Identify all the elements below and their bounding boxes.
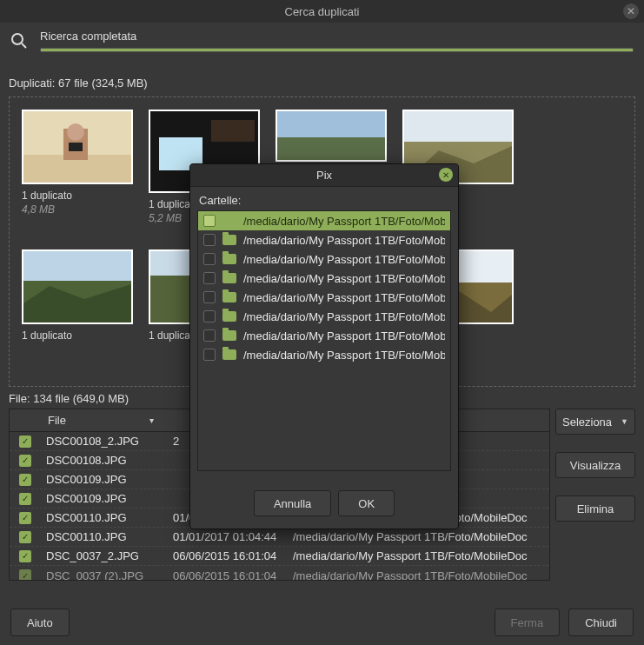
table-row[interactable]: ✓DSC_0037 (2).JPG06/06/2015 16:01:04/med… [10, 566, 549, 581]
folder-path: /media/dario/My Passport 1TB/Foto/Mobi [243, 234, 445, 247]
row-checkbox[interactable]: ✓ [10, 512, 41, 524]
cell-path: /media/dario/My Passport 1TB/Foto/Mobile… [293, 549, 544, 562]
row-checkbox[interactable]: ✓ [10, 569, 41, 581]
check-icon: ✓ [19, 512, 31, 524]
row-checkbox[interactable]: ✓ [10, 531, 41, 543]
window-title: Cerca duplicati [285, 5, 360, 18]
dialog-close-button[interactable]: ✕ [439, 168, 453, 182]
folder-path: /media/dario/My Passport 1TB/Foto/Mobi [243, 253, 445, 266]
thumbnail-item[interactable]: 1 duplicato [22, 249, 133, 343]
check-icon: ✓ [19, 455, 31, 467]
svg-rect-9 [211, 120, 255, 142]
view-button[interactable]: Visualizza [555, 452, 635, 478]
ok-button[interactable]: OK [338, 490, 395, 516]
stop-label: Ferma [511, 616, 544, 629]
table-row[interactable]: ✓DSC_0037_2.JPG06/06/2015 16:01:04/media… [10, 547, 549, 566]
search-status: Ricerca completata [40, 30, 634, 43]
select-button[interactable]: Seleziona ▼ [555, 409, 635, 435]
folder-row[interactable]: /media/dario/My Passport 1TB/Foto/Mobi [198, 288, 450, 307]
cell-filename: DSC00110.JPG [41, 511, 173, 524]
folder-icon [222, 349, 236, 360]
dialog-titlebar: Pix ✕ [190, 164, 458, 187]
close-icon: ✕ [627, 5, 635, 17]
progress-bar [40, 48, 634, 52]
ok-label: OK [358, 497, 375, 510]
folder-list: /media/dario/My Passport 1TB/Foto/Mobi/m… [197, 210, 451, 471]
close-button[interactable]: Chiudi [568, 608, 634, 636]
folder-checkbox[interactable] [203, 253, 216, 265]
folder-checkbox[interactable] [203, 329, 216, 342]
delete-label: Elimina [577, 502, 614, 515]
folder-path: /media/dario/My Passport 1TB/Foto/Mobi [243, 272, 445, 285]
cell-date: 01/01/2017 01:04:44 [173, 530, 293, 543]
cell-filename: DSC00109.JPG [41, 473, 173, 486]
folder-checkbox[interactable] [203, 272, 216, 284]
footer: Aiuto Ferma Chiudi [0, 600, 644, 645]
cell-date: 06/06/2015 16:01:04 [173, 549, 293, 562]
folder-icon [222, 216, 236, 226]
table-row[interactable]: ✓DSC00110.JPG01/01/2017 01:04:44/media/d… [10, 528, 549, 547]
folder-checkbox[interactable] [203, 310, 216, 322]
row-checkbox[interactable]: ✓ [10, 455, 41, 467]
folder-icon [222, 235, 236, 245]
check-icon: ✓ [19, 436, 31, 448]
svg-rect-11 [277, 137, 385, 160]
cell-path: /media/dario/My Passport 1TB/Foto/Mobile… [293, 569, 544, 582]
folder-path: /media/dario/My Passport 1TB/Foto/Mobi [243, 329, 445, 342]
folder-icon [222, 273, 236, 283]
cell-filename: DSC_0037_2.JPG [41, 549, 173, 562]
dialog-label: Cartelle: [199, 194, 451, 207]
check-icon: ✓ [19, 474, 31, 486]
cancel-label: Annulla [274, 497, 311, 510]
chevron-down-icon: ▼ [621, 417, 628, 426]
check-icon: ✓ [19, 531, 31, 543]
duplicates-summary: Duplicati: 67 file (324,5 MB) [0, 56, 644, 93]
folder-row[interactable]: /media/dario/My Passport 1TB/Foto/Mobi [198, 249, 450, 269]
thumbnail-image [22, 249, 133, 324]
folder-row[interactable]: /media/dario/My Passport 1TB/Foto/Mobi [198, 269, 450, 288]
cell-filename: DSC_0037 (2).JPG [41, 569, 173, 582]
help-button[interactable]: Aiuto [10, 608, 70, 636]
folder-path: /media/dario/My Passport 1TB/Foto/Mobi [243, 215, 445, 228]
row-checkbox[interactable]: ✓ [10, 550, 41, 562]
search-row: Ricerca completata [0, 23, 644, 56]
delete-button[interactable]: Elimina [555, 495, 635, 522]
svg-point-0 [12, 34, 23, 44]
help-label: Aiuto [27, 616, 53, 629]
cell-path: /media/dario/My Passport 1TB/Foto/Mobile… [293, 530, 544, 543]
row-checkbox[interactable]: ✓ [10, 474, 41, 486]
folder-icon [222, 311, 236, 322]
select-label: Seleziona [562, 416, 612, 429]
cancel-button[interactable]: Annulla [254, 490, 331, 516]
progress-fill [41, 49, 633, 51]
check-icon: ✓ [19, 569, 31, 581]
folder-row[interactable]: /media/dario/My Passport 1TB/Foto/Mobi [198, 307, 450, 326]
folder-checkbox[interactable] [203, 349, 216, 361]
thumb-caption: 1 duplicato [22, 190, 133, 203]
thumbnail-item[interactable]: 1 duplicato 4,8 MB [22, 110, 133, 225]
row-checkbox[interactable]: ✓ [10, 493, 41, 505]
cell-filename: DSC00109.JPG [41, 492, 173, 505]
folder-row[interactable]: /media/dario/My Passport 1TB/Foto/Mobi [198, 230, 450, 249]
window-close-button[interactable]: ✕ [623, 3, 639, 19]
folder-row[interactable]: /media/dario/My Passport 1TB/Foto/Mobi [198, 211, 450, 230]
folder-checkbox[interactable] [203, 234, 216, 246]
view-label: Visualizza [570, 459, 621, 472]
header-file-column[interactable]: File ▾ [41, 414, 163, 427]
dialog-buttons: Annulla OK [190, 478, 458, 529]
folder-icon [222, 254, 236, 264]
stop-button: Ferma [495, 608, 561, 636]
folder-row[interactable]: /media/dario/My Passport 1TB/Foto/Mobi [198, 345, 450, 364]
cell-filename: DSC00108.JPG [41, 454, 173, 467]
row-checkbox[interactable]: ✓ [10, 436, 41, 448]
close-label: Chiudi [585, 616, 617, 629]
svg-rect-6 [69, 143, 83, 151]
header-file-label: File [48, 414, 66, 427]
check-icon: ✓ [19, 493, 31, 505]
folder-checkbox[interactable] [203, 215, 216, 227]
folder-icon [222, 292, 236, 303]
svg-rect-15 [23, 251, 131, 281]
folder-checkbox[interactable] [203, 291, 216, 303]
folder-row[interactable]: /media/dario/My Passport 1TB/Foto/Mobi [198, 326, 450, 345]
thumbnail-image [22, 110, 133, 184]
